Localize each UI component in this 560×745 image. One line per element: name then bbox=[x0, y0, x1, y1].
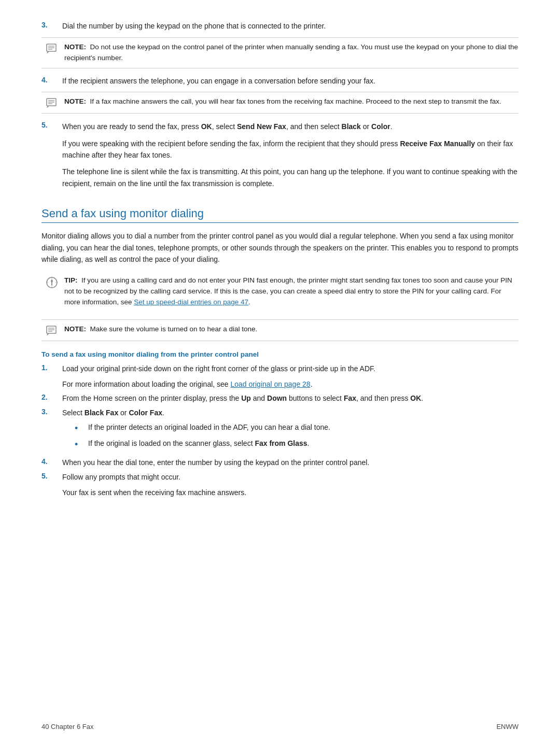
section-heading: Send a fax using monitor dialing bbox=[41, 207, 519, 223]
footer-left: 40 Chapter 6 Fax bbox=[41, 723, 93, 730]
footer-right: ENWW bbox=[496, 723, 519, 730]
tip-text: TIP: If you are using a calling card and… bbox=[64, 275, 519, 308]
tip-icon bbox=[46, 275, 60, 308]
note-1-icon bbox=[46, 42, 60, 64]
step-4-item: 4. If the recipient answers the telephon… bbox=[41, 76, 519, 87]
step-3-content: Dial the number by using the keypad on t… bbox=[62, 21, 519, 32]
monitor-step-5-extra: Your fax is sent when the receiving fax … bbox=[62, 487, 519, 499]
monitor-step-2-number: 2. bbox=[41, 393, 54, 404]
step-5-content: When you are ready to send the fax, pres… bbox=[62, 121, 519, 194]
monitor-step-2-content: From the Home screen on the printer disp… bbox=[62, 393, 519, 404]
bullet-icon-2: • bbox=[75, 438, 82, 451]
monitor-step-1-number: 1. bbox=[41, 363, 54, 390]
monitor-step-1-content: Load your original print-side down on th… bbox=[62, 363, 519, 390]
monitor-step-3-content: Select Black Fax or Color Fax. • If the … bbox=[62, 407, 519, 454]
monitor-step-1-extra: For more information about loading the o… bbox=[62, 379, 519, 390]
monitor-sub-step-2: • If the original is loaded on the scann… bbox=[75, 438, 519, 451]
tip-box: TIP: If you are using a calling card and… bbox=[41, 271, 519, 312]
note-2-body: If a fax machine answers the call, you w… bbox=[90, 97, 501, 105]
section-intro: Monitor dialing allows you to dial a num… bbox=[41, 230, 519, 265]
monitor-step-4-number: 4. bbox=[41, 457, 54, 469]
note-3-text: NOTE: Make sure the volume is turned on … bbox=[64, 324, 257, 336]
note-3-label: NOTE: bbox=[64, 325, 86, 333]
note-1-box: NOTE: Do not use the keypad on the contr… bbox=[41, 37, 519, 68]
note-1-body: Do not use the keypad on the control pan… bbox=[64, 43, 518, 62]
monitor-sub-step-2-text: If the original is loaded on the scanner… bbox=[88, 438, 309, 449]
speed-dial-link[interactable]: Set up speed-dial entries on page 47 bbox=[134, 298, 248, 306]
monitor-step-4-item: 4. When you hear the dial tone, enter th… bbox=[41, 457, 519, 469]
monitor-step-5-text: Follow any prompts that might occur. bbox=[62, 472, 519, 483]
monitor-step-3-number: 3. bbox=[41, 407, 54, 454]
bullet-icon-1: • bbox=[75, 422, 82, 435]
monitor-step-3-item: 3. Select Black Fax or Color Fax. • If t… bbox=[41, 407, 519, 454]
monitor-sub-step-1-text: If the printer detects an original loade… bbox=[88, 422, 330, 433]
monitor-step-5-content: Follow any prompts that might occur. You… bbox=[62, 472, 519, 498]
note-3-box: NOTE: Make sure the volume is turned on … bbox=[41, 319, 519, 341]
note-1-label: NOTE: bbox=[64, 43, 86, 51]
step-4-content: If the recipient answers the telephone, … bbox=[62, 76, 519, 87]
step-3-number: 3. bbox=[41, 21, 54, 32]
monitor-sub-step-1: • If the printer detects an original loa… bbox=[75, 422, 519, 435]
monitor-step-1-text: Load your original print-side down on th… bbox=[62, 363, 519, 375]
step-5-item: 5. When you are ready to send the fax, p… bbox=[41, 121, 519, 194]
tip-label: TIP: bbox=[64, 276, 78, 284]
note-2-text: NOTE: If a fax machine answers the call,… bbox=[64, 96, 501, 109]
svg-point-11 bbox=[51, 280, 53, 282]
page-footer: 40 Chapter 6 Fax ENWW bbox=[41, 723, 519, 730]
monitor-step-5-number: 5. bbox=[41, 472, 54, 498]
sub-heading: To send a fax using monitor dialing from… bbox=[41, 350, 519, 358]
step-3-item: 3. Dial the number by using the keypad o… bbox=[41, 21, 519, 32]
note-1-text: NOTE: Do not use the keypad on the contr… bbox=[64, 42, 519, 64]
step-4-number: 4. bbox=[41, 76, 54, 87]
note-3-icon bbox=[46, 324, 60, 336]
note-2-label: NOTE: bbox=[64, 97, 86, 105]
monitor-step-1-item: 1. Load your original print-side down on… bbox=[41, 363, 519, 390]
monitor-step-2-item: 2. From the Home screen on the printer d… bbox=[41, 393, 519, 404]
note-2-icon bbox=[46, 96, 60, 109]
step-5-number: 5. bbox=[41, 121, 54, 194]
monitor-step-4-content: When you hear the dial tone, enter the n… bbox=[62, 457, 519, 469]
monitor-step-5-item: 5. Follow any prompts that might occur. … bbox=[41, 472, 519, 498]
note-2-box: NOTE: If a fax machine answers the call,… bbox=[41, 92, 519, 114]
load-original-link[interactable]: Load original on page 28 bbox=[231, 380, 311, 388]
note-3-body: Make sure the volume is turned on to hea… bbox=[90, 325, 258, 333]
